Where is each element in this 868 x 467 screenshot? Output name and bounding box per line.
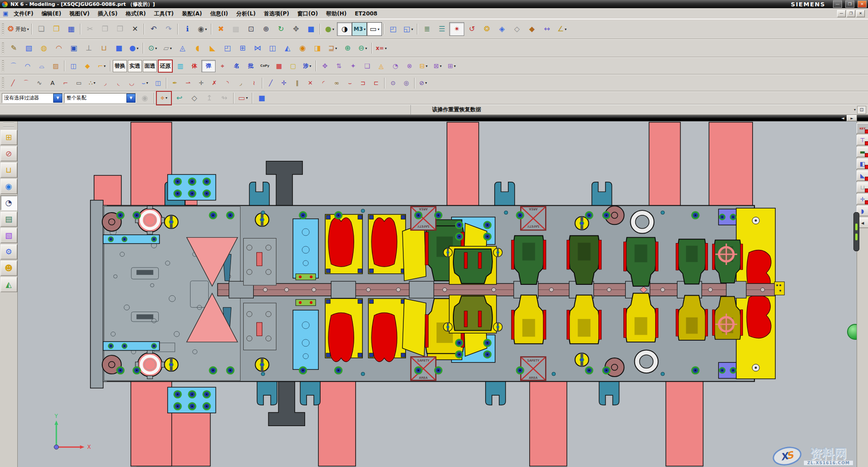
sketch-button[interactable]: ✎ — [6, 42, 21, 55]
delete-button[interactable]: ✕ — [127, 22, 142, 36]
reset-filter-button[interactable]: ↩ — [172, 91, 187, 105]
offset-surface-button[interactable]: ◫ — [66, 60, 80, 72]
parallel-line-button[interactable]: ∥ — [291, 77, 304, 89]
wrap-curve-button[interactable]: ≀ — [247, 77, 261, 89]
point-set-button[interactable]: ∴▾ — [85, 77, 99, 89]
punch-template-button[interactable]: ⊤ — [857, 135, 868, 145]
block-button[interactable]: ■ — [111, 42, 126, 55]
ellipse-button[interactable]: ⊘▾ — [416, 77, 430, 89]
history-tab[interactable]: ◔ — [0, 195, 17, 210]
emboss-button[interactable]: ⊒▾ — [325, 42, 340, 55]
assembly-constraints-button[interactable]: ⇅ — [332, 60, 346, 72]
measure-angle-button[interactable]: ∠▾ — [554, 22, 569, 36]
layer-settings-button[interactable]: ☰ — [434, 22, 449, 36]
roles-tab[interactable]: ☻ — [0, 261, 17, 276]
through-curves-button[interactable]: ⌒ — [6, 60, 20, 72]
new-button[interactable]: ❏ — [34, 22, 49, 36]
pan-view-button[interactable]: ✥ — [288, 22, 303, 36]
menu-tools[interactable]: 工具(T) — [150, 9, 178, 18]
delete-component-button[interactable]: ⊗ — [402, 60, 416, 72]
close-button[interactable]: ✕ — [858, 0, 867, 8]
menu-file[interactable]: 文件(F) — [10, 9, 37, 18]
display-toggle-icon[interactable]: ⊡ — [857, 106, 866, 114]
wcs-dynamics-button[interactable]: ✴ — [449, 22, 464, 36]
sketch-point-button[interactable]: ✢ — [277, 77, 291, 89]
wcs-orient-button[interactable]: ↺ — [464, 22, 479, 36]
die-insert-template-button[interactable]: ▬ — [857, 147, 868, 157]
face-translucent-button[interactable]: 面透 — [143, 60, 157, 72]
quick-extend-button[interactable]: ⊏ — [370, 77, 383, 89]
hole-button[interactable]: ▣ — [66, 42, 81, 55]
circle-button[interactable]: ⊙ — [386, 77, 400, 89]
trim-body-button[interactable]: ◭ — [280, 42, 295, 55]
scroll-left-icon[interactable]: ◄ — [839, 116, 847, 120]
assembly-navigator-button[interactable]: ≣ — [419, 22, 434, 36]
fillet2-button[interactable]: ◟ — [112, 77, 125, 89]
text-button[interactable]: A — [46, 77, 59, 89]
edge-blend-button[interactable]: ◖ — [190, 42, 205, 55]
ruled-surface-button[interactable]: ⌓ — [35, 60, 49, 72]
divide-curve-button[interactable]: ◞ — [234, 77, 247, 89]
toolbar-grip[interactable] — [2, 77, 4, 89]
line-button[interactable]: ╱ — [6, 77, 20, 89]
menu-et2008[interactable]: ET2008 — [351, 9, 381, 18]
mdi-close-button[interactable]: ✕ — [856, 10, 865, 17]
assembly-navigator-tab[interactable]: ⊞ — [0, 130, 17, 145]
orient-view-front-button[interactable]: ◰ — [386, 22, 401, 36]
point-button[interactable]: ⊙▾ — [145, 42, 160, 55]
bend-button[interactable]: ⌐▾ — [95, 60, 109, 72]
cross-line-button[interactable]: ✕ — [304, 77, 317, 89]
scenes-tab[interactable]: ◭ — [0, 277, 17, 292]
snap-point-button[interactable]: ⌖▾ — [156, 91, 172, 105]
dropdown-arrow-icon[interactable]: ▼ — [53, 94, 62, 103]
toolbar-grip[interactable] — [2, 42, 4, 54]
rotate-view-button[interactable]: ↻ — [273, 22, 288, 36]
instance-button[interactable]: ⊞ — [235, 42, 250, 55]
red-cube-button[interactable]: ▦ — [272, 60, 286, 72]
curve-mesh-button[interactable]: ▨ — [49, 60, 63, 72]
datum-csys-button[interactable]: ◬ — [175, 42, 190, 55]
move-component-button[interactable]: ✥ — [318, 60, 332, 72]
rectangle-button[interactable]: ▭ — [72, 77, 85, 89]
key-color-button[interactable]: ❂ — [479, 22, 494, 36]
datum-plane-button[interactable]: ▱▾ — [160, 42, 175, 55]
toolbar-drag-grip[interactable] — [853, 212, 859, 251]
pattern-component-button[interactable]: ◬ — [374, 60, 388, 72]
spring-button[interactable]: 弹 — [201, 60, 216, 72]
arrange-component-button[interactable]: ⊠▾ — [431, 60, 445, 72]
section-curve-button[interactable]: ◫ — [151, 77, 165, 89]
die-button-template-button[interactable]: ⊔ — [857, 182, 868, 193]
offset-face-button[interactable]: ◨ — [310, 42, 325, 55]
quick-trim-button[interactable]: ⊐ — [356, 77, 370, 89]
dropdown-arrow-icon[interactable]: ▼ — [126, 94, 135, 103]
boss2-button[interactable]: ◉ — [295, 42, 310, 55]
batch-button[interactable]: 批 — [244, 60, 258, 72]
thread-button[interactable]: ◫ — [265, 42, 280, 55]
retainer-template-button[interactable]: ◧ — [857, 159, 868, 169]
center-target-button[interactable]: ⌖ — [216, 60, 230, 72]
double-circle-button[interactable]: ∞ — [330, 77, 343, 89]
component-group-button[interactable]: ⊟▾ — [416, 60, 431, 72]
zoom-in-out-button[interactable]: ⊕ — [258, 22, 273, 36]
start-button[interactable]: ❂开始▾ — [6, 22, 30, 36]
m3-view-button[interactable]: M3▾ — [352, 22, 367, 36]
open-button[interactable]: ❐ — [49, 22, 64, 36]
scene-tools-tab[interactable]: ⚙ — [0, 244, 17, 259]
information-button[interactable]: ℹ — [180, 22, 195, 36]
section-stripes-button[interactable]: ▥ — [173, 60, 187, 72]
bridge-curve-button[interactable]: ⌣▾ — [138, 77, 151, 89]
mirror-body-button[interactable]: ⋈ — [250, 42, 265, 55]
menu-analysis[interactable]: 分析(L) — [232, 9, 260, 18]
minimize-button[interactable]: — — [833, 0, 842, 8]
menu-window[interactable]: 窗口(O) — [293, 9, 322, 18]
chamfer-button[interactable]: ◣ — [205, 42, 220, 55]
corner-button[interactable]: ⌐ — [59, 77, 72, 89]
corner-arc-button[interactable]: ⌣ — [343, 77, 356, 89]
orient-view-side-button[interactable]: ◱▾ — [401, 22, 416, 36]
menu-view[interactable]: 视图(V) — [65, 9, 94, 18]
mdi-minimize-button[interactable]: — — [837, 10, 846, 17]
revolve-button[interactable]: ◍ — [36, 42, 51, 55]
boss-button[interactable]: ⊥ — [81, 42, 96, 55]
join-curve-button[interactable]: ◝ — [221, 77, 234, 89]
sweep-button[interactable]: ◠ — [51, 42, 66, 55]
